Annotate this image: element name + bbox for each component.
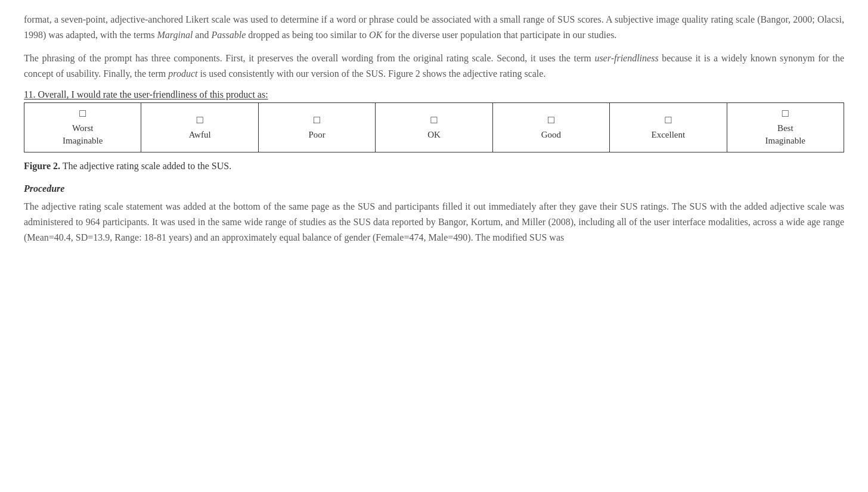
- figure-caption-bold: Figure 2.: [24, 161, 60, 171]
- intro-paragraph-2: The phrasing of the prompt has three com…: [24, 51, 844, 81]
- checkbox-best-imaginable[interactable]: □: [782, 108, 789, 119]
- rating-cell-best-imaginable[interactable]: □ BestImaginable: [727, 103, 844, 152]
- rating-label-awful: Awful: [189, 129, 211, 141]
- rating-label-poor: Poor: [308, 129, 325, 141]
- checkbox-ok[interactable]: □: [431, 114, 438, 125]
- figure-caption-text: The adjective rating scale added to the …: [60, 161, 231, 171]
- content-area: format, a seven-point, adjective-anchore…: [24, 12, 844, 245]
- rating-scale-row: □ WorstImaginable □ Awful □ Poor: [24, 103, 844, 152]
- rating-cell-awful[interactable]: □ Awful: [141, 103, 258, 152]
- rating-label-good: Good: [541, 129, 561, 141]
- rating-cell-poor[interactable]: □ Poor: [258, 103, 375, 152]
- rating-scale-table: □ WorstImaginable □ Awful □ Poor: [24, 102, 844, 152]
- rating-cell-excellent[interactable]: □ Excellent: [610, 103, 727, 152]
- intro-paragraph-1: format, a seven-point, adjective-anchore…: [24, 12, 844, 42]
- rating-label-best-imaginable: BestImaginable: [765, 122, 805, 147]
- rating-label-ok: OK: [427, 129, 441, 141]
- checkbox-awful[interactable]: □: [197, 114, 203, 125]
- rating-cell-worst-imaginable[interactable]: □ WorstImaginable: [24, 103, 141, 152]
- figure-caption: Figure 2. The adjective rating scale add…: [24, 161, 844, 172]
- checkbox-good[interactable]: □: [548, 114, 554, 125]
- rating-label-worst-imaginable: WorstImaginable: [63, 122, 103, 147]
- rating-cell-ok[interactable]: □ OK: [376, 103, 492, 152]
- procedure-heading: Procedure: [24, 183, 844, 194]
- rating-label-excellent: Excellent: [652, 129, 686, 141]
- checkbox-excellent[interactable]: □: [665, 114, 671, 125]
- checkbox-poor[interactable]: □: [314, 114, 320, 125]
- question-label: 11. Overall, I would rate the user-frien…: [24, 89, 844, 100]
- checkbox-worst-imaginable[interactable]: □: [79, 108, 86, 119]
- rating-cell-good[interactable]: □ Good: [492, 103, 609, 152]
- procedure-text: The adjective rating scale statement was…: [24, 199, 844, 245]
